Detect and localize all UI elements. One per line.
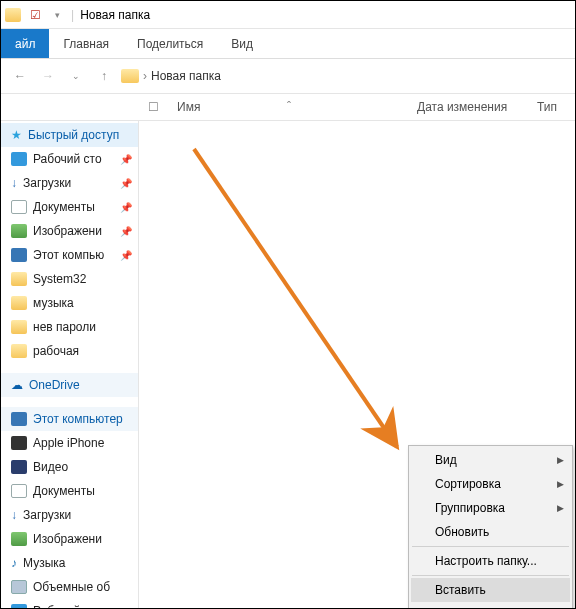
video-icon (11, 460, 27, 474)
sidebar-item-label: рабочая (33, 344, 79, 358)
desktop-icon (11, 152, 27, 166)
down-icon (11, 508, 17, 522)
sidebar-item[interactable]: нев пароли (1, 315, 138, 339)
sidebar-item-label: нев пароли (33, 320, 96, 334)
sidebar-item-label: Рабочий сто (33, 604, 102, 608)
sidebar-item[interactable]: Видео (1, 455, 138, 479)
checkbox-column[interactable]: ☐ (139, 100, 167, 114)
cloud-icon (11, 378, 23, 392)
sidebar-item[interactable]: Музыка (1, 551, 138, 575)
submenu-arrow-icon: ▶ (557, 503, 564, 513)
folder-icon (11, 296, 27, 310)
tab-view[interactable]: Вид (217, 29, 267, 58)
cm-view[interactable]: Вид▶ (411, 448, 570, 472)
sidebar-item[interactable]: Загрузки (1, 503, 138, 527)
column-type[interactable]: Тип (527, 100, 575, 114)
svg-line-0 (194, 149, 397, 447)
sidebar: Быстрый доступ Рабочий сто📌Загрузки📌Доку… (1, 121, 139, 608)
pc-icon (11, 412, 27, 426)
folder-icon (11, 272, 27, 286)
sidebar-item-label: Объемные об (33, 580, 110, 594)
sidebar-item[interactable]: Загрузки📌 (1, 171, 138, 195)
breadcrumb-folder[interactable]: Новая папка (151, 69, 221, 83)
separator (412, 546, 569, 547)
sidebar-item[interactable]: рабочая (1, 339, 138, 363)
pin-icon: 📌 (120, 202, 132, 213)
breadcrumb[interactable]: › Новая папка (121, 69, 221, 83)
pin-icon: 📌 (120, 226, 132, 237)
sidebar-item-label: Изображени (33, 532, 102, 546)
img-icon (11, 532, 27, 546)
tab-home[interactable]: Главная (49, 29, 123, 58)
img-icon (11, 224, 27, 238)
sidebar-item[interactable]: Изображени📌 (1, 219, 138, 243)
sidebar-quick-access[interactable]: Быстрый доступ (1, 123, 138, 147)
sidebar-this-pc[interactable]: Этот компьютер (1, 407, 138, 431)
sidebar-item-label: Загрузки (23, 176, 71, 190)
folder-icon (11, 320, 27, 334)
sort-indicator-icon: ˆ (287, 100, 291, 114)
titlebar: ☑ ▾ | Новая папка (1, 1, 575, 29)
doc-icon (11, 484, 27, 498)
cm-group[interactable]: Группировка▶ (411, 496, 570, 520)
cm-refresh[interactable]: Обновить (411, 520, 570, 544)
nav-bar: ← → ⌄ ↑ › Новая папка (1, 59, 575, 93)
sidebar-item[interactable]: System32 (1, 267, 138, 291)
sidebar-item-label: Документы (33, 484, 95, 498)
pin-icon: 📌 (120, 250, 132, 261)
star-icon (11, 128, 22, 142)
window-title: Новая папка (74, 8, 150, 22)
submenu-arrow-icon: ▶ (557, 455, 564, 465)
sidebar-item[interactable]: Документы (1, 479, 138, 503)
sidebar-item-label: Документы (33, 200, 95, 214)
desktop-icon (11, 604, 27, 608)
cm-customize[interactable]: Настроить папку... (411, 549, 570, 573)
folder-o-icon (11, 344, 27, 358)
sidebar-item-label: Apple iPhone (33, 436, 104, 450)
sidebar-onedrive[interactable]: OneDrive (1, 373, 138, 397)
sidebar-item[interactable]: Объемные об (1, 575, 138, 599)
chevron-down-icon[interactable]: ⌄ (65, 65, 87, 87)
sidebar-item-label: System32 (33, 272, 86, 286)
submenu-arrow-icon: ▶ (557, 479, 564, 489)
chevron-down-icon[interactable]: ▾ (49, 7, 65, 23)
sidebar-item-label: Загрузки (23, 508, 71, 522)
sidebar-item[interactable]: музыка (1, 291, 138, 315)
sidebar-item-label: Рабочий сто (33, 152, 102, 166)
tab-file[interactable]: айл (1, 29, 49, 58)
folder-icon (121, 69, 139, 83)
cm-paste-shortcut[interactable]: Вставить ярлык (411, 602, 570, 609)
sidebar-item-label: Видео (33, 460, 68, 474)
sidebar-item-label: музыка (33, 296, 74, 310)
sidebar-item[interactable]: Этот компью📌 (1, 243, 138, 267)
phone-icon (11, 436, 27, 450)
sidebar-item-label: Изображени (33, 224, 102, 238)
music-icon (11, 556, 17, 570)
cm-paste[interactable]: Вставить (411, 578, 570, 602)
column-date[interactable]: Дата изменения (407, 100, 527, 114)
quick-access-toolbar-icon[interactable]: ☑ (27, 7, 43, 23)
cm-sort[interactable]: Сортировка▶ (411, 472, 570, 496)
file-list-area[interactable]: Вид▶ Сортировка▶ Группировка▶ Обновить Н… (139, 121, 575, 608)
pin-icon: 📌 (120, 178, 132, 189)
sidebar-item[interactable]: Документы📌 (1, 195, 138, 219)
sidebar-item[interactable]: Рабочий сто📌 (1, 147, 138, 171)
back-button[interactable]: ← (9, 65, 31, 87)
forward-button: → (37, 65, 59, 87)
down-icon (11, 176, 17, 190)
separator (412, 575, 569, 576)
sidebar-item[interactable]: Рабочий сто (1, 599, 138, 608)
sidebar-item[interactable]: Изображени (1, 527, 138, 551)
folder-icon (5, 7, 21, 23)
sidebar-item-label: Музыка (23, 556, 65, 570)
ribbon-tabs: айл Главная Поделиться Вид (1, 29, 575, 59)
breadcrumb-sep: › (143, 69, 147, 83)
column-name[interactable]: Имя ˆ (167, 100, 407, 114)
pin-icon: 📌 (120, 154, 132, 165)
tab-share[interactable]: Поделиться (123, 29, 217, 58)
up-button[interactable]: ↑ (93, 65, 115, 87)
drive-icon (11, 580, 27, 594)
context-menu: Вид▶ Сортировка▶ Группировка▶ Обновить Н… (408, 445, 573, 609)
doc-icon (11, 200, 27, 214)
sidebar-item[interactable]: Apple iPhone (1, 431, 138, 455)
